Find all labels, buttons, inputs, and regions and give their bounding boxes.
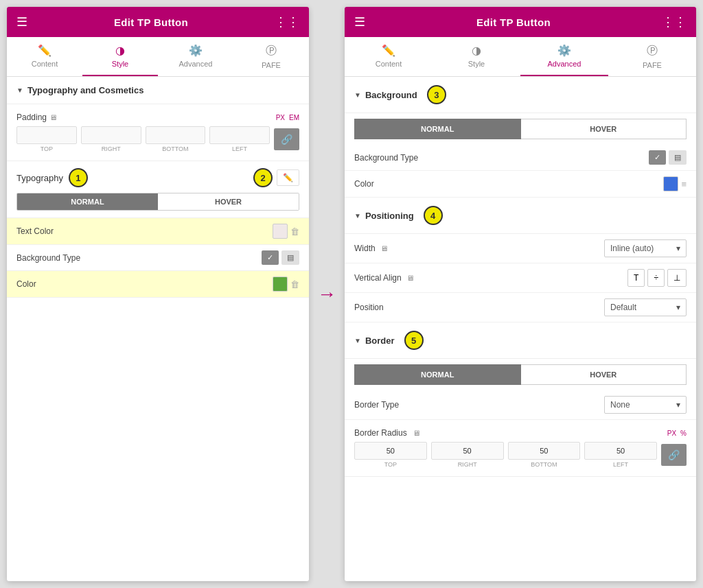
edit-typography-button[interactable]: ✏️ [277, 169, 299, 186]
align-middle-btn[interactable]: ÷ [647, 269, 665, 287]
right-hamburger-icon[interactable]: ☰ [354, 14, 365, 30]
width-label: Width [354, 244, 376, 253]
br-top-group: TOP [354, 442, 427, 468]
br-left-group: LEFT [584, 442, 657, 468]
tab-style-right[interactable]: ◑ Style [433, 37, 520, 76]
border-type-row: Border Type None ▾ [345, 390, 696, 420]
br-bottom-group: BOTTOM [508, 442, 581, 468]
text-color-delete[interactable]: 🗑 [290, 226, 299, 237]
border-hover-tab[interactable]: HOVER [521, 364, 687, 385]
padding-top-input[interactable] [16, 126, 77, 144]
position-dropdown[interactable]: Default ▾ [604, 298, 687, 316]
bg-type-right-gradient-btn[interactable]: ▤ [669, 150, 687, 165]
bg-hover-tab[interactable]: HOVER [521, 119, 687, 139]
br-right-input[interactable] [431, 442, 504, 460]
border-type-value: None [610, 400, 630, 410]
border-section: ▼ Border 5 NORMAL HOVER Border Type None… [345, 322, 696, 477]
tab-content-right[interactable]: ✏️ Content [345, 37, 433, 76]
br-bottom-label: BOTTOM [531, 461, 557, 468]
background-section-header[interactable]: ▼ Background 3 [345, 77, 696, 113]
tab-advanced-right[interactable]: ⚙️ Advanced [520, 37, 608, 76]
br-pct-unit[interactable]: % [680, 430, 687, 437]
border-normal-tab[interactable]: NORMAL [354, 364, 521, 385]
bg-type-gradient-btn[interactable]: ▤ [281, 250, 299, 265]
border-type-dropdown[interactable]: None ▾ [604, 396, 687, 414]
bg-type-label: Background Type [16, 253, 80, 263]
section-title: Typography and Cosmetics [27, 85, 144, 95]
pos-section-title: Positioning [365, 211, 414, 221]
bg-type-right-solid-btn[interactable]: ✓ [649, 150, 666, 165]
position-chevron: ▾ [676, 303, 680, 312]
color-swatch[interactable] [273, 277, 288, 292]
padding-section: Padding 🖥 PX EM TOP RIGHT BOTTOM [7, 104, 309, 161]
padding-label: Padding [16, 113, 47, 122]
br-right-group: RIGHT [431, 442, 504, 468]
color-delete[interactable]: 🗑 [290, 279, 299, 290]
typography-normal-tab[interactable]: NORMAL [17, 193, 158, 210]
tab-content-left[interactable]: ✏️ Content [7, 37, 82, 76]
color-right-swatch[interactable] [663, 176, 678, 191]
border-section-header[interactable]: ▼ Border 5 [345, 322, 696, 359]
br-left-input[interactable] [584, 442, 657, 460]
position-value: Default [610, 303, 636, 312]
bg-normal-tab[interactable]: NORMAL [354, 119, 521, 139]
typography-hover-tab[interactable]: HOVER [158, 193, 299, 210]
tab-pafe-left[interactable]: Ⓟ PAFE [233, 37, 309, 76]
br-px-unit[interactable]: PX [667, 430, 676, 437]
padding-right-input[interactable] [81, 126, 141, 144]
br-right-label: RIGHT [458, 461, 477, 468]
link-border-button[interactable]: 🔗 [661, 444, 687, 466]
align-bottom-btn[interactable]: ⊥ [667, 269, 687, 287]
border-type-chevron: ▾ [676, 400, 680, 410]
tab-pafe-right[interactable]: Ⓟ PAFE [608, 37, 696, 76]
right-grid-icon[interactable]: ⋮⋮ [662, 14, 687, 30]
color-right-delete[interactable]: ≡ [681, 179, 687, 189]
br-left-label: LEFT [613, 461, 628, 468]
border-type-label: Border Type [354, 400, 399, 410]
style-icon: ◑ [115, 44, 125, 57]
text-color-swatch[interactable] [273, 224, 288, 239]
link-padding-button[interactable]: 🔗 [274, 128, 299, 150]
right-panel: ☰ Edit TP Button ⋮⋮ ✏️ Content ◑ Style ⚙… [345, 7, 696, 581]
width-dropdown[interactable]: Inline (auto) ▾ [604, 239, 687, 257]
panel-arrow: → [316, 283, 338, 305]
br-top-label: TOP [384, 461, 397, 468]
border-radius-units: PX % [667, 430, 687, 437]
padding-bottom-input[interactable] [146, 126, 206, 144]
bg-type-solid-btn[interactable]: ✓ [262, 250, 279, 265]
bg-type-right-controls: ✓ ▤ [649, 150, 687, 165]
width-row: Width 🖥 Inline (auto) ▾ [345, 234, 696, 263]
typography-cosmetics-section[interactable]: ▼ Typography and Cosmetics [7, 77, 309, 104]
bg-type-controls: ✓ ▤ [262, 250, 299, 265]
br-top-input[interactable] [354, 442, 427, 460]
px-unit[interactable]: PX [276, 114, 285, 121]
padding-right-label: RIGHT [102, 145, 121, 152]
right-style-icon: ◑ [472, 44, 481, 57]
align-top-btn[interactable]: T [627, 269, 645, 287]
grid-icon[interactable]: ⋮⋮ [275, 14, 299, 30]
monitor-icon-padding: 🖥 [49, 113, 57, 121]
tab-advanced-left[interactable]: ⚙️ Advanced [158, 37, 233, 76]
right-panel-header: ☰ Edit TP Button ⋮⋮ [345, 7, 696, 37]
border-arrow: ▼ [354, 337, 361, 344]
bg-type-right-label: Background Type [354, 153, 418, 163]
positioning-section-header[interactable]: ▼ Positioning 4 [345, 198, 696, 234]
right-tabs: ✏️ Content ◑ Style ⚙️ Advanced Ⓟ PAFE [345, 37, 696, 77]
right-content-icon: ✏️ [382, 44, 395, 57]
color-controls: 🗑 [273, 277, 299, 292]
border-toggle: NORMAL HOVER [354, 364, 687, 385]
monitor-icon-radius: 🖥 [413, 429, 420, 437]
right-advanced-icon: ⚙️ [557, 44, 571, 57]
text-color-controls: 🗑 [273, 224, 299, 239]
bg-section-title: Background [365, 90, 417, 100]
left-panel: ☰ Edit TP Button ⋮⋮ ✏️ Content ◑ Style ⚙… [7, 7, 309, 581]
padding-left-input[interactable] [209, 126, 270, 144]
width-value: Inline (auto) [610, 244, 654, 253]
hamburger-icon[interactable]: ☰ [16, 14, 27, 30]
tab-style-left[interactable]: ◑ Style [82, 37, 158, 76]
vertical-align-row: Vertical Align 🖥 T ÷ ⊥ [345, 263, 696, 293]
br-bottom-input[interactable] [508, 442, 581, 460]
em-unit[interactable]: EM [289, 114, 299, 121]
bg-arrow: ▼ [354, 91, 361, 99]
typography-section: Typography 1 2 ✏️ NORMAL HOVER [7, 161, 309, 218]
